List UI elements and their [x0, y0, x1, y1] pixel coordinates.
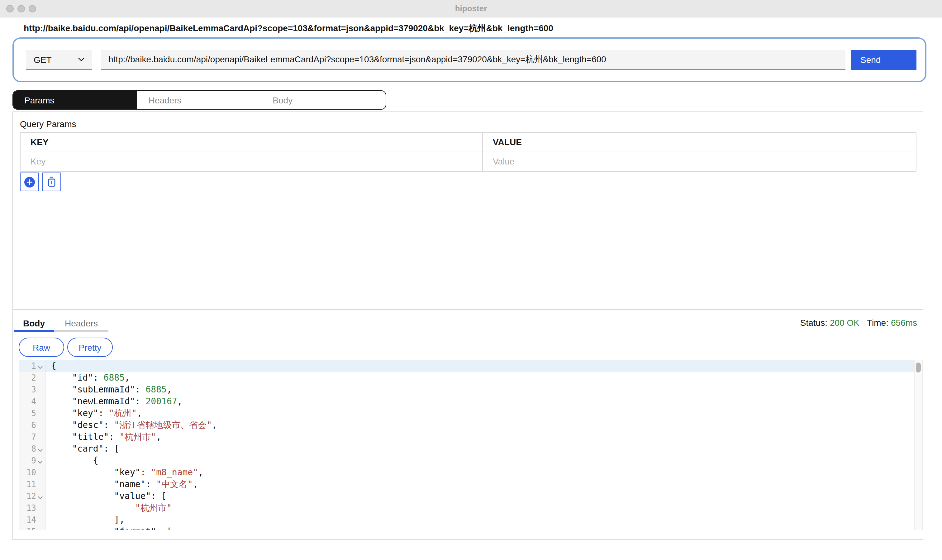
fold-chevron-icon[interactable] [37, 493, 43, 499]
value-column-header: VALUE [483, 132, 916, 151]
code-line: 13 "杭州市" [19, 502, 923, 514]
code-line: 5 "key": "杭州", [19, 408, 923, 419]
line-number: 2 [19, 372, 46, 384]
window-title: hiposter [0, 0, 942, 17]
line-number: 4 [19, 395, 46, 408]
tab-headers[interactable]: Headers [137, 91, 262, 109]
table-header-row: KEY VALUE [20, 132, 916, 151]
response-body-editor: 1{2 "id": 6885,3 "subLemmaId": 6885,4 "n… [19, 360, 923, 530]
code-line: 12 "value": [ [19, 490, 923, 502]
method-label: GET [34, 54, 52, 65]
chevron-down-icon [78, 57, 85, 62]
response-view-buttons: RawPretty [19, 338, 113, 357]
code-text: { [46, 360, 56, 372]
query-params-table: KEY VALUE [20, 132, 916, 172]
line-number: 12 [19, 490, 46, 502]
response-panel: BodyHeaders Status:200 OKTime:656ms RawP… [12, 309, 923, 540]
code-text: "newLemmaId": 200167, [46, 395, 183, 408]
fold-spacer [37, 410, 43, 417]
fold-spacer [37, 398, 43, 405]
plus-icon [24, 177, 35, 187]
method-select[interactable]: GET [26, 50, 92, 70]
code-text: "name": "中文名", [46, 478, 198, 490]
query-params-title: Query Params [20, 119, 76, 129]
line-number: 7 [19, 431, 46, 443]
code-line: 8 "card": [ [19, 443, 923, 455]
fold-spacer [37, 517, 43, 523]
fold-spacer [37, 386, 43, 393]
url-input[interactable] [101, 50, 845, 70]
code-line: 1{ [19, 360, 923, 372]
fold-chevron-icon[interactable] [37, 363, 43, 369]
line-number: 9 [19, 455, 46, 466]
line-number: 6 [19, 419, 46, 431]
code-lines: 1{2 "id": 6885,3 "subLemmaId": 6885,4 "n… [19, 360, 923, 530]
code-line: 3 "subLemmaId": 6885, [19, 384, 923, 395]
code-line: 14 ], [19, 514, 923, 526]
param-key-input[interactable] [20, 151, 482, 171]
line-number: 11 [19, 478, 46, 490]
scrollbar-track[interactable] [914, 360, 923, 530]
query-params-panel: Query Params KEY VALUE [12, 111, 923, 309]
pretty-button[interactable]: Pretty [67, 338, 113, 357]
response-status: Status:200 OKTime:656ms [800, 318, 917, 328]
response-tab-headers[interactable]: Headers [54, 316, 108, 332]
key-column-header: KEY [20, 132, 483, 151]
code-text: "card": [ [46, 443, 119, 455]
line-number: 15 [19, 526, 46, 530]
time-value: 656ms [891, 318, 917, 328]
fold-spacer [37, 481, 43, 488]
fold-spacer [37, 529, 43, 530]
code-text: "key": "杭州", [46, 408, 142, 419]
code-text: "format": [ [46, 526, 172, 530]
code-text: "key": "m8_name", [46, 466, 203, 478]
line-number: 1 [19, 360, 46, 372]
code-line: 10 "key": "m8_name", [19, 466, 923, 478]
send-button[interactable]: Send [851, 50, 916, 70]
add-param-button[interactable] [20, 172, 38, 191]
code-text: "id": 6885, [46, 372, 130, 384]
code-text: "杭州市" [46, 502, 172, 514]
request-url-heading: http://baike.baidu.com/api/openapi/Baike… [24, 23, 553, 34]
code-text: { [46, 455, 99, 466]
code-text: ], [46, 514, 125, 526]
fold-chevron-icon[interactable] [37, 457, 43, 464]
param-value-input[interactable] [483, 151, 916, 171]
table-row [20, 151, 916, 172]
fold-spacer [37, 422, 43, 428]
code-text: "desc": "浙江省辖地级市、省会", [46, 419, 217, 431]
code-text: "subLemmaId": 6885, [46, 384, 172, 395]
code-text: "value": [ [46, 490, 167, 502]
line-number: 5 [19, 408, 46, 419]
status-value: 200 OK [830, 318, 859, 328]
tab-body[interactable]: Body [262, 91, 386, 109]
code-line: 6 "desc": "浙江省辖地级市、省会", [19, 419, 923, 431]
app-window: hiposter http://baike.baidu.com/api/open… [0, 0, 942, 560]
code-line: 15 "format": [ [19, 526, 923, 530]
time-label: Time: [867, 318, 888, 328]
scrollbar-thumb[interactable] [916, 363, 921, 372]
delete-param-button[interactable] [42, 172, 61, 191]
fold-chevron-icon[interactable] [37, 446, 43, 452]
code-line: 11 "name": "中文名", [19, 478, 923, 490]
fold-spacer [37, 469, 43, 475]
status-label: Status: [800, 318, 827, 328]
code-line: 9 { [19, 455, 923, 466]
response-tab-body[interactable]: Body [14, 316, 54, 332]
request-tabs: ParamsHeadersBody [12, 90, 386, 110]
titlebar: hiposter [0, 0, 942, 17]
line-number: 14 [19, 514, 46, 526]
code-line: 4 "newLemmaId": 200167, [19, 395, 923, 408]
tab-params[interactable]: Params [13, 91, 137, 109]
line-number: 10 [19, 466, 46, 478]
raw-button[interactable]: Raw [19, 338, 64, 357]
fold-spacer [37, 375, 43, 381]
fold-spacer [37, 434, 43, 440]
line-number: 3 [19, 384, 46, 395]
line-number: 8 [19, 443, 46, 455]
code-line: 2 "id": 6885, [19, 372, 923, 384]
line-number: 13 [19, 502, 46, 514]
code-text: "title": "杭州市", [46, 431, 162, 443]
param-actions [20, 172, 61, 191]
code-line: 7 "title": "杭州市", [19, 431, 923, 443]
